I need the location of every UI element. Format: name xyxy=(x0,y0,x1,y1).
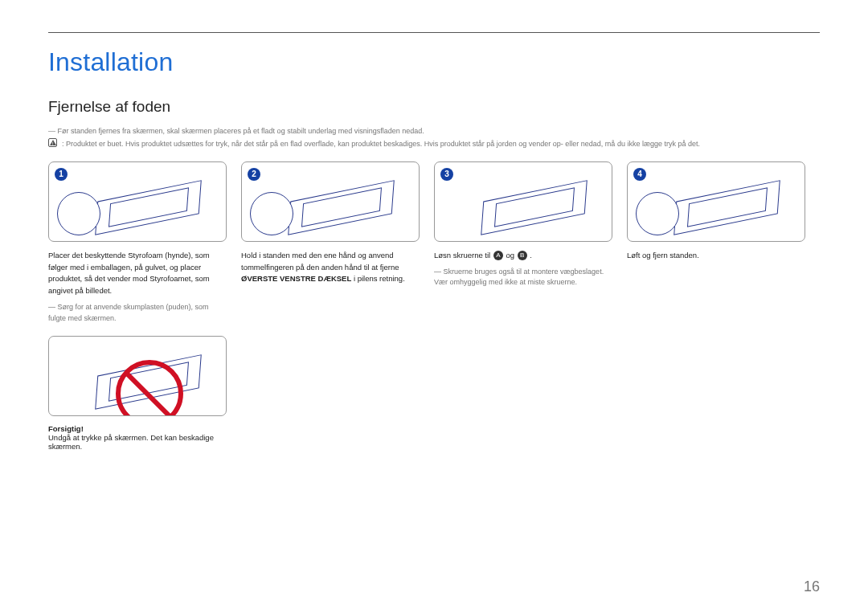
forsigtig-text: Forsigtig! Undgå at trykke på skærmen. D… xyxy=(48,424,227,451)
section-subtitle: Fjernelse af foden xyxy=(48,98,820,116)
step-2-text: Hold i standen med den ene hånd og anven… xyxy=(241,250,420,285)
intro-note: Før standen fjernes fra skærmen, skal sk… xyxy=(48,125,820,137)
step-4-illustration xyxy=(642,175,796,235)
forsigtig-block: Forsigtig! Undgå at trykke på skærmen. D… xyxy=(48,336,227,451)
second-row: Forsigtig! Undgå at trykke på skærmen. D… xyxy=(48,336,820,451)
forsigtig-illustration xyxy=(63,349,218,409)
caution-line: : Produktet er buet. Hvis produktet udsæ… xyxy=(48,138,820,149)
step-4: 4 Løft og fjern standen. xyxy=(627,161,805,325)
badge-b-icon: B xyxy=(518,251,527,260)
step-2-illustration xyxy=(256,175,411,235)
step-4-figure: 4 xyxy=(627,161,805,242)
doc-title: Installation xyxy=(48,47,820,77)
steps-row: 1 Placer det beskyttende Styrofoam (hynd… xyxy=(48,161,820,325)
page-number: 16 xyxy=(804,578,820,595)
step-4-text: Løft og fjern standen. xyxy=(627,250,805,262)
intro-notes: Før standen fjernes fra skærmen, skal sk… xyxy=(48,125,820,150)
step-2-figure: 2 xyxy=(241,161,420,242)
step-1-illustration xyxy=(63,175,218,235)
caution-text: : Produktet er buet. Hvis produktet udsæ… xyxy=(62,138,700,149)
top-rule xyxy=(48,32,820,33)
step-2: 2 Hold i standen med den ene hånd og anv… xyxy=(241,161,420,325)
badge-a-icon: A xyxy=(493,251,503,260)
page-content: Installation Fjernelse af foden Før stan… xyxy=(0,0,868,475)
step-1-figure: 1 xyxy=(48,161,227,242)
forsigtig-body: Undgå at trykke på skærmen. Det kan besk… xyxy=(48,433,214,451)
caution-icon xyxy=(48,138,57,147)
step-3: 3 Løsn skruerne til A og B . Skruerne br… xyxy=(434,161,612,325)
step-3-note: Skruerne bruges også til at montere vægb… xyxy=(434,267,612,289)
forsigtig-figure xyxy=(48,336,227,416)
step-3-text: Løsn skruerne til A og B . xyxy=(434,250,612,262)
step-1-text: Placer det beskyttende Styrofoam (hynde)… xyxy=(48,250,227,297)
step-1: 1 Placer det beskyttende Styrofoam (hynd… xyxy=(48,161,227,325)
step-3-illustration xyxy=(449,175,604,235)
step-3-figure: 3 xyxy=(434,161,612,242)
step-1-note: Sørg for at anvende skumplasten (puden),… xyxy=(48,302,227,325)
forsigtig-label: Forsigtig! xyxy=(48,424,84,433)
